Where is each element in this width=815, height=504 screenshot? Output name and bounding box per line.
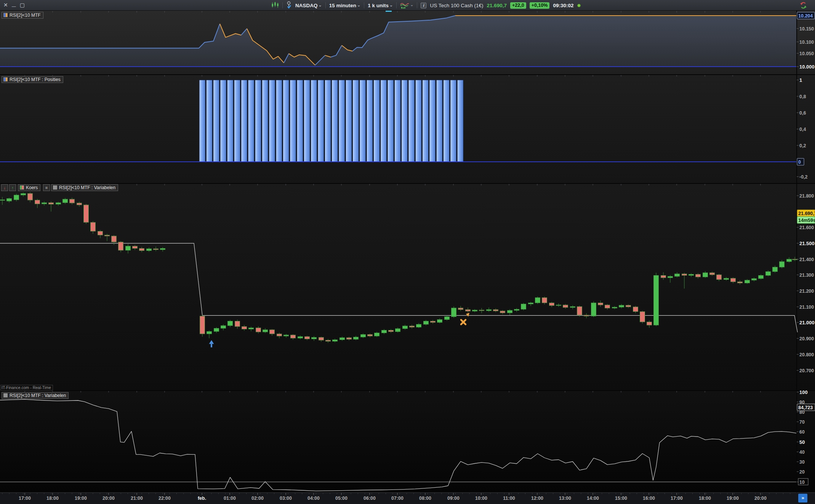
svg-text:21.600: 21.600 bbox=[799, 225, 814, 230]
indicator-label-variabelen-main[interactable]: RSI[2]<10 MTF : Variabelen bbox=[51, 184, 118, 191]
svg-text:21.800: 21.800 bbox=[799, 193, 814, 199]
chevron-down-icon: ⌄ bbox=[357, 3, 360, 8]
time-label: 20:00 bbox=[754, 496, 767, 501]
toolbar-separator bbox=[282, 2, 283, 8]
svg-text:84,723: 84,723 bbox=[798, 405, 813, 410]
indicator-label-variabelen-bottom[interactable]: RSI[2]<10 MTF : Variabelen bbox=[2, 392, 69, 399]
svg-text:20.700: 20.700 bbox=[799, 368, 814, 373]
time-label: 17:00 bbox=[671, 496, 683, 501]
time-label: 08:00 bbox=[419, 496, 431, 501]
indicator-color-icon bbox=[3, 77, 8, 81]
svg-text:21.200: 21.200 bbox=[799, 289, 814, 294]
svg-text:30: 30 bbox=[799, 459, 805, 465]
indicator-label-text: RSI[2]<10 MTF bbox=[10, 13, 41, 18]
svg-text:0,6: 0,6 bbox=[799, 110, 806, 116]
price-label-text: Koers bbox=[26, 185, 38, 190]
chart-type-icon bbox=[400, 2, 409, 9]
svg-text:100: 100 bbox=[799, 389, 808, 395]
svg-text:14m59s: 14m59s bbox=[798, 218, 815, 223]
time-label: 01:00 bbox=[224, 496, 236, 501]
time-label: 20:00 bbox=[102, 496, 115, 501]
svg-text:1: 1 bbox=[799, 77, 802, 83]
time-label: 22:00 bbox=[159, 496, 171, 501]
indicator-label-mtf[interactable]: RSI[2]<10 MTF bbox=[2, 12, 43, 19]
time-label: 13:00 bbox=[559, 496, 571, 501]
timeframe-dropdown[interactable]: 15 minuten⌄ bbox=[329, 3, 360, 8]
svg-text:0,2: 0,2 bbox=[799, 143, 806, 148]
svg-text:-0,2: -0,2 bbox=[799, 174, 808, 180]
link-pin-icon[interactable] bbox=[286, 1, 292, 10]
svg-text:0,4: 0,4 bbox=[799, 127, 806, 132]
last-price: 21.690,7 bbox=[487, 3, 507, 8]
svg-text:10.150: 10.150 bbox=[799, 26, 814, 32]
maximize-button[interactable]: ▢ bbox=[20, 1, 25, 9]
indicator-color-icon bbox=[3, 13, 8, 17]
svg-text:10.204: 10.204 bbox=[798, 13, 813, 19]
svg-text:20: 20 bbox=[799, 469, 805, 475]
toolbar-separator bbox=[396, 2, 397, 8]
time-label: feb. bbox=[198, 496, 206, 501]
toolbar-center: NASDAQ⌄ 15 minuten⌄ 1 k units⌄ ⌄ bbox=[271, 0, 581, 11]
svg-text:10: 10 bbox=[799, 480, 805, 485]
instrument-name: US Tech 100 Cash (1€) bbox=[430, 3, 483, 8]
units-dropdown[interactable]: 1 k units⌄ bbox=[368, 3, 393, 8]
arrow-down-icon: ↓ bbox=[3, 185, 6, 190]
time-label: 05:00 bbox=[335, 496, 347, 501]
time-label: 17:00 bbox=[19, 496, 31, 501]
scroll-forward-button[interactable]: » bbox=[798, 494, 807, 502]
time-label: 10:00 bbox=[475, 496, 487, 501]
time-label: 03:00 bbox=[280, 496, 292, 501]
chevron-down-icon: ⌄ bbox=[410, 2, 413, 7]
time-label: 09:00 bbox=[447, 496, 460, 501]
change-percent-badge: +0,10% bbox=[530, 2, 550, 9]
window-controls: ✕ — ▢ bbox=[3, 1, 25, 9]
time-label: 12:00 bbox=[531, 496, 543, 501]
indicator-label-posities[interactable]: RSI[2]<10 MTF : Posities bbox=[2, 76, 63, 83]
svg-text:21.690,7: 21.690,7 bbox=[798, 211, 815, 216]
arrow-up-icon: ↑ bbox=[11, 185, 14, 190]
svg-text:21.500: 21.500 bbox=[799, 241, 815, 246]
prorealtime-window: 10.15010.10010.05010.00010.20410,80,60,4… bbox=[0, 0, 815, 504]
svg-text:50: 50 bbox=[799, 439, 805, 445]
time-label: 18:00 bbox=[46, 496, 59, 501]
candlestick-style-icon[interactable] bbox=[271, 2, 279, 10]
price-color-icon bbox=[20, 185, 24, 190]
svg-text:20.900: 20.900 bbox=[799, 336, 814, 341]
time-label: 19:00 bbox=[727, 496, 739, 501]
close-button[interactable]: ✕ bbox=[3, 1, 8, 9]
svg-text:70: 70 bbox=[799, 419, 805, 425]
indicator-color-icon bbox=[3, 393, 8, 397]
refresh-button[interactable] bbox=[799, 1, 807, 11]
list-menu-button[interactable]: ≡ bbox=[43, 184, 50, 191]
svg-text:0: 0 bbox=[798, 159, 801, 165]
time-label: 21:00 bbox=[131, 496, 143, 501]
toolbar-separator bbox=[417, 2, 417, 8]
chart-type-dropdown[interactable]: ⌄ bbox=[400, 2, 413, 9]
svg-text:21.400: 21.400 bbox=[799, 257, 814, 262]
time-label: 07:00 bbox=[391, 496, 403, 501]
minimize-button[interactable]: — bbox=[12, 2, 16, 10]
time-label: 14:00 bbox=[587, 496, 599, 501]
change-absolute-badge: +22,0 bbox=[510, 2, 526, 9]
time-label: 02:00 bbox=[251, 496, 264, 501]
time-label: 18:00 bbox=[699, 496, 711, 501]
time-label: 16:00 bbox=[643, 496, 655, 501]
live-status-icon bbox=[577, 4, 581, 7]
indicator-color-icon bbox=[53, 185, 57, 190]
chevron-down-icon: ⌄ bbox=[319, 3, 322, 8]
buy-order-button[interactable]: ↑ bbox=[9, 184, 16, 191]
svg-text:21.100: 21.100 bbox=[799, 305, 814, 310]
list-icon: ≡ bbox=[45, 185, 48, 190]
svg-text:20.800: 20.800 bbox=[799, 352, 814, 357]
svg-text:21.300: 21.300 bbox=[799, 273, 814, 278]
svg-text:10.050: 10.050 bbox=[799, 51, 814, 56]
price-series-label[interactable]: Koers bbox=[18, 184, 40, 191]
toolbar-separator bbox=[325, 2, 326, 8]
indicator-label-text: RSI[2]<10 MTF : Posities bbox=[10, 77, 61, 82]
time-label: 04:00 bbox=[307, 496, 320, 501]
exchange-dropdown[interactable]: NASDAQ⌄ bbox=[295, 3, 322, 8]
time-label: 11:00 bbox=[503, 496, 515, 501]
charts-canvas[interactable]: 10.15010.10010.05010.00010.20410,80,60,4… bbox=[0, 0, 815, 504]
sell-order-button[interactable]: ↓ bbox=[1, 184, 8, 191]
info-icon[interactable]: i bbox=[421, 3, 426, 8]
